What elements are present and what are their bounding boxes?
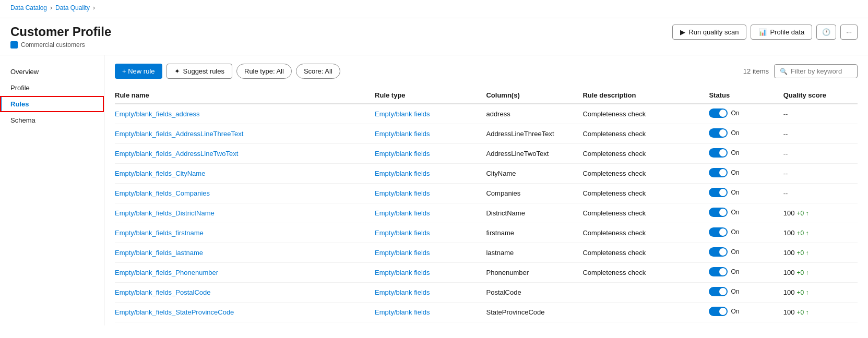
cell-rule-type: Empty/blank fields	[375, 184, 486, 203]
toggle-switch[interactable]	[709, 287, 728, 296]
rule-name-link[interactable]: Empty/blank_fields_Companies	[115, 189, 210, 197]
cell-status: On	[709, 104, 783, 124]
toggle-switch[interactable]	[709, 208, 728, 217]
cell-rule-type: Empty/blank fields	[375, 223, 486, 243]
cell-columns: address	[486, 104, 582, 124]
header-actions: ▶ Run quality scan 📊 Profile data 🕐 ···	[672, 25, 858, 40]
rule-type-link[interactable]: Empty/blank fields	[375, 150, 430, 158]
score-value: 100	[783, 209, 795, 217]
score-value: 100	[783, 288, 795, 296]
rule-type-link[interactable]: Empty/blank fields	[375, 308, 430, 316]
score-cell: 100 +0 ↑	[783, 229, 851, 237]
table-row: Empty/blank_fields_CityName Empty/blank …	[115, 164, 858, 184]
th-status: Status	[709, 87, 783, 104]
score-change: +0 ↑	[796, 210, 808, 217]
filter-input-wrapper[interactable]: 🔍	[774, 64, 858, 78]
content-area: + New rule ✦ Suggest rules Rule type: Al…	[104, 55, 868, 325]
rule-name-link[interactable]: Empty/blank_fields_Phonenumber	[115, 269, 218, 276]
cell-score: 100 +0 ↑	[783, 223, 858, 243]
cell-columns: firstname	[486, 223, 582, 243]
rule-type-link[interactable]: Empty/blank fields	[375, 249, 430, 257]
rule-type-link[interactable]: Empty/blank fields	[375, 209, 430, 217]
rule-name-link[interactable]: Empty/blank_fields_AddressLineThreeText	[115, 130, 243, 138]
rule-type-link[interactable]: Empty/blank fields	[375, 229, 430, 237]
cell-rule-type: Empty/blank fields	[375, 203, 486, 223]
more-options-button[interactable]: ···	[840, 25, 858, 40]
sidebar-item-overview-label: Overview	[10, 68, 39, 76]
toggle-label: On	[731, 189, 739, 196]
toggle-switch[interactable]	[709, 148, 728, 158]
suggest-rules-button[interactable]: ✦ Suggest rules	[167, 64, 233, 79]
toggle-label: On	[731, 149, 739, 156]
toggle-switch[interactable]	[709, 227, 728, 237]
score-value: 100	[783, 308, 795, 316]
cell-columns: address,firstname,lastname...	[486, 322, 582, 326]
sidebar-item-schema-label: Schema	[10, 116, 35, 124]
rule-name-link[interactable]: Empty/blank_fields_AddressLineTwoText	[115, 150, 238, 158]
toggle-switch[interactable]	[709, 108, 728, 118]
run-quality-scan-label: Run quality scan	[688, 28, 739, 36]
cell-rule-type: Empty/blank fields	[375, 243, 486, 263]
toolbar-right: 12 items 🔍	[743, 64, 858, 78]
rule-type-link[interactable]: Empty/blank fields	[375, 170, 430, 177]
toggle-switch[interactable]	[709, 128, 728, 138]
breadcrumb-data-quality[interactable]: Data Quality	[55, 4, 90, 11]
rule-type-filter-button[interactable]: Rule type: All	[236, 64, 292, 79]
rule-type-link[interactable]: Empty/blank fields	[375, 130, 430, 138]
rule-type-link[interactable]: Empty/blank fields	[375, 189, 430, 197]
toggle-label: On	[731, 209, 739, 216]
table-row: Empty/blank_fields_firstname Empty/blank…	[115, 223, 858, 243]
cell-score: --	[783, 164, 858, 184]
toggle-container: On	[709, 128, 739, 138]
rule-name-link[interactable]: Empty/blank_fields_CityName	[115, 170, 205, 177]
page-title-section: Customer Profile Commercial customers	[10, 25, 111, 49]
sidebar-item-rules[interactable]: Rules	[0, 96, 104, 112]
score-filter-button[interactable]: Score: All	[296, 64, 340, 79]
cell-rule-type: Empty/blank fields	[375, 124, 486, 144]
rule-name-link[interactable]: Empty/blank_fields_DistrictName	[115, 209, 215, 217]
cell-description: Completeness check	[582, 263, 709, 283]
score-cell: --	[783, 170, 851, 177]
run-quality-scan-button[interactable]: ▶ Run quality scan	[672, 25, 746, 40]
cell-columns: DistrictName	[486, 203, 582, 223]
profile-data-button[interactable]: 📊 Profile data	[751, 25, 812, 40]
rule-type-link[interactable]: Empty/blank fields	[375, 110, 430, 118]
table-row: Empty/blank_fields_address Empty/blank f…	[115, 104, 858, 124]
score-change: +0 ↑	[796, 309, 808, 316]
subtitle-text: Commercial customers	[21, 41, 85, 49]
rule-name-link[interactable]: Empty/blank_fields_lastname	[115, 249, 203, 257]
history-button[interactable]: 🕐	[816, 25, 836, 40]
rule-name-link[interactable]: Empty/blank_fields_firstname	[115, 229, 204, 237]
sidebar-item-schema[interactable]: Schema	[0, 112, 104, 128]
cell-columns: AddressLineThreeText	[486, 124, 582, 144]
rule-type-link[interactable]: Empty/blank fields	[375, 269, 430, 276]
breadcrumb-data-catalog[interactable]: Data Catalog	[10, 4, 47, 11]
cell-score: 100 +0 ↑	[783, 263, 858, 283]
score-change: +0 ↑	[796, 289, 808, 296]
cell-status: On	[709, 223, 783, 243]
toggle-switch[interactable]	[709, 307, 728, 316]
cell-status: On	[709, 322, 783, 326]
toggle-switch[interactable]	[709, 267, 728, 276]
cell-status: On	[709, 303, 783, 322]
sidebar-item-overview[interactable]: Overview	[0, 64, 104, 80]
toggle-switch[interactable]	[709, 188, 728, 197]
rule-type-link[interactable]: Empty/blank fields	[375, 288, 430, 296]
cell-status: On	[709, 283, 783, 303]
score-cell: 100 +0 ↑	[783, 249, 851, 257]
th-rule-type: Rule type	[375, 87, 486, 104]
cell-rule-name: Empty/blank_fields_Companies	[115, 184, 375, 203]
filter-keyword-input[interactable]	[791, 67, 852, 75]
sidebar-item-profile[interactable]: Profile	[0, 80, 104, 96]
rule-name-link[interactable]: Empty/blank_fields_address	[115, 110, 200, 118]
toggle-container: On	[709, 267, 739, 276]
toggle-switch[interactable]	[709, 247, 728, 257]
score-cell: 100 +0 ↑	[783, 288, 851, 296]
cell-rule-name: Empty/blank_fields_CityName	[115, 164, 375, 184]
rule-name-link[interactable]: Empty/blank_fields_StateProvinceCode	[115, 308, 234, 316]
rule-name-link[interactable]: Empty/blank_fields_PostalCode	[115, 288, 211, 296]
new-rule-button[interactable]: + New rule	[115, 64, 162, 79]
cell-status: On	[709, 203, 783, 223]
score-value: 100	[783, 249, 795, 257]
toggle-switch[interactable]	[709, 168, 728, 177]
